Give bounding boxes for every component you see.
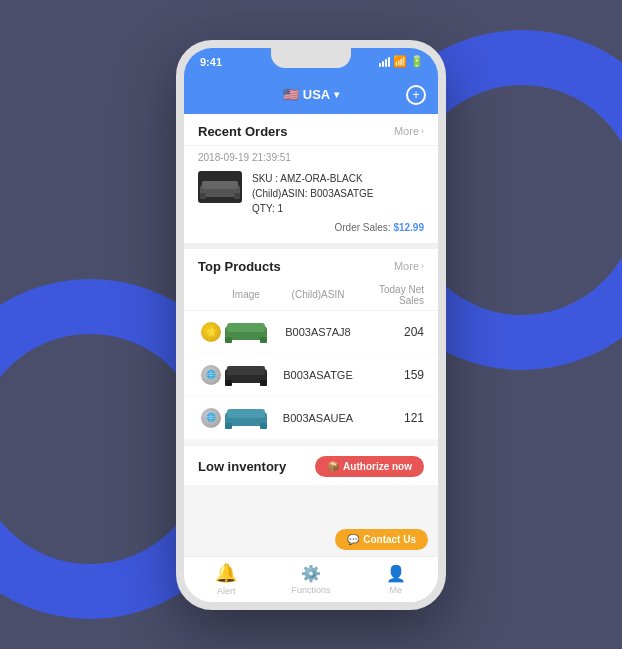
product-image-3 [224,404,268,432]
order-details: SKU : AMZ-ORA-BLACK (Child)ASIN: B003ASA… [252,171,424,233]
authorize-button[interactable]: 📦 Authorize now [315,456,424,477]
product-sales-1: 204 [364,325,424,339]
header-bar: 🇺🇸 USA ▾ + [184,76,438,114]
nav-functions-label: Functions [291,585,330,595]
plus-icon: + [412,87,420,102]
top-products-more[interactable]: More › [394,260,424,272]
svg-rect-9 [227,366,265,375]
functions-icon: ⚙️ [301,564,321,583]
svg-rect-7 [260,337,267,343]
low-inventory-title: Low inventory [198,459,286,474]
contact-us-button[interactable]: 💬 Contact Us [335,529,428,550]
order-item: SKU : AMZ-ORA-BLACK (Child)ASIN: B003ASA… [198,171,424,233]
col-asin-header: (Child)ASIN [268,289,354,300]
product-row: 🌐 B003ASATGE 159 [184,354,438,397]
product-image-2 [224,361,268,389]
order-sku: SKU : AMZ-ORA-BLACK [252,171,424,186]
status-icons: 📶 🔋 [379,55,424,68]
signal-icon [379,57,390,67]
country-name: USA [303,87,330,102]
top-products-section: Top Products More › Image (Child)ASIN To… [184,249,438,440]
svg-rect-13 [227,409,265,418]
order-product-image [198,171,242,203]
chevron-right-icon: › [421,126,424,136]
nav-item-alert[interactable]: 🔔 Alert [184,562,269,596]
amazon-icon: 📦 [327,461,339,472]
svg-rect-2 [200,193,206,199]
rank-2-icon: 🌐 [201,365,221,385]
recent-orders-header: Recent Orders More › [184,114,438,145]
svg-rect-14 [225,423,232,429]
svg-rect-5 [227,323,265,332]
flag-icon: 🇺🇸 [283,87,299,102]
product-asin-2: B003ASATGE [272,369,364,381]
svg-rect-10 [225,380,232,386]
svg-rect-1 [202,181,238,189]
nav-me-label: Me [389,585,402,595]
order-child-asin: (Child)ASIN: B003ASATGE [252,186,424,201]
nav-alert-label: Alert [217,586,236,596]
product-row: 🌐 B003ASAUEA 121 [184,397,438,440]
svg-rect-11 [260,380,267,386]
bottom-nav: 🔔 Alert ⚙️ Functions 👤 Me [184,556,438,602]
rank-3-icon: 🌐 [201,408,221,428]
recent-orders-more[interactable]: More › [394,125,424,137]
phone-frame: 9:41 📶 🔋 🇺🇸 USA ▾ + Recent Orders [176,40,446,610]
alert-icon: 🔔 [215,562,237,584]
low-inventory-section: Low inventory 📦 Authorize now [184,446,438,485]
product-asin-3: B003ASAUEA [272,412,364,424]
order-sales-amount: $12.99 [393,222,424,233]
col-sales-header: Today Net Sales [354,284,424,306]
nav-item-me[interactable]: 👤 Me [353,564,438,595]
chevron-right-icon-2: › [421,261,424,271]
svg-rect-6 [225,337,232,343]
order-sales: Order Sales: $12.99 [252,222,424,233]
phone-notch [271,48,351,68]
status-time: 9:41 [200,56,222,68]
recent-orders-title: Recent Orders [198,124,288,139]
battery-icon: 🔋 [410,55,424,68]
product-row: ⭐ B003AS7AJ8 204 [184,311,438,354]
nav-item-functions[interactable]: ⚙️ Functions [269,564,354,595]
rank-1-icon: ⭐ [201,322,221,342]
contact-icon: 💬 [347,534,359,545]
country-selector[interactable]: 🇺🇸 USA ▾ [283,87,339,102]
wifi-icon: 📶 [393,55,407,68]
add-button[interactable]: + [406,85,426,105]
order-qty: QTY: 1 [252,201,424,216]
order-date: 2018-09-19 21:39:51 [198,152,424,163]
svg-rect-15 [260,423,267,429]
top-products-title: Top Products [198,259,281,274]
order-card: 2018-09-19 21:39:51 SKU : AMZ-ORA-BLACK … [184,145,438,243]
product-sales-3: 121 [364,411,424,425]
product-image-1 [224,318,268,346]
content-area: Recent Orders More › 2018-09-19 21:39:51 [184,114,438,556]
top-products-header: Top Products More › [184,249,438,280]
dropdown-arrow: ▾ [334,89,339,100]
col-image-header: Image [224,289,268,300]
me-icon: 👤 [386,564,406,583]
product-asin-1: B003AS7AJ8 [272,326,364,338]
svg-rect-3 [234,193,240,199]
products-table-header: Image (Child)ASIN Today Net Sales [184,280,438,311]
product-sales-2: 159 [364,368,424,382]
